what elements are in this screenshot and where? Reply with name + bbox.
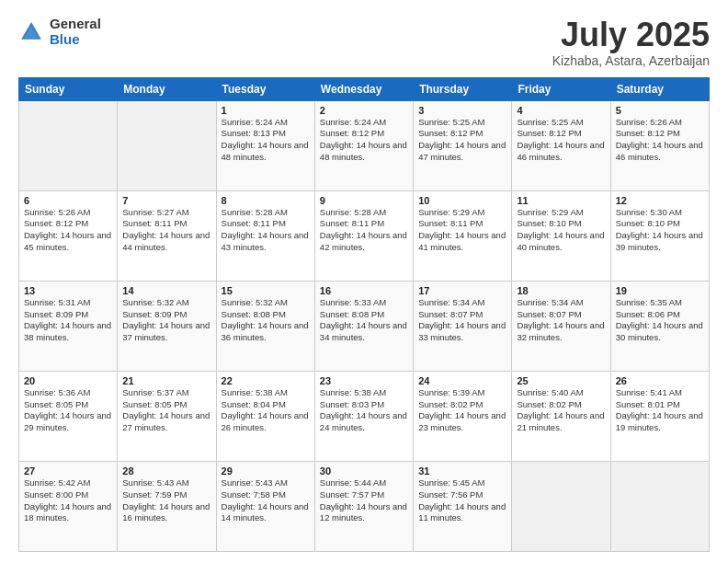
- day-number: 29: [222, 465, 310, 477]
- day-info: Sunrise: 5:39 AMSunset: 8:02 PMDaylight:…: [418, 387, 506, 434]
- day-number: 22: [222, 375, 310, 386]
- day-number: 18: [517, 285, 605, 296]
- col-saturday: Saturday: [610, 77, 709, 100]
- day-info: Sunrise: 5:34 AMSunset: 8:07 PMDaylight:…: [517, 297, 605, 344]
- day-number: 21: [122, 375, 210, 386]
- calendar-cell: 6Sunrise: 5:26 AMSunset: 8:12 PMDaylight…: [19, 190, 118, 281]
- calendar-cell: 27Sunrise: 5:42 AMSunset: 8:00 PMDayligh…: [19, 461, 118, 551]
- day-number: 28: [122, 465, 210, 477]
- day-number: 24: [418, 375, 506, 386]
- day-info: Sunrise: 5:28 AMSunset: 8:11 PMDaylight:…: [222, 207, 310, 254]
- day-info: Sunrise: 5:29 AMSunset: 8:10 PMDaylight:…: [517, 207, 605, 254]
- col-monday: Monday: [118, 77, 216, 100]
- day-info: Sunrise: 5:35 AMSunset: 8:06 PMDaylight:…: [616, 297, 704, 344]
- day-number: 16: [320, 285, 408, 296]
- logo-icon: [18, 19, 44, 45]
- calendar-cell: 12Sunrise: 5:30 AMSunset: 8:10 PMDayligh…: [610, 190, 709, 281]
- calendar-cell: 15Sunrise: 5:32 AMSunset: 8:08 PMDayligh…: [216, 281, 314, 371]
- day-number: 30: [320, 465, 408, 477]
- col-sunday: Sunday: [19, 77, 118, 100]
- header: General Blue July 2025 Kizhaba, Astara, …: [18, 17, 710, 68]
- calendar-cell: 19Sunrise: 5:35 AMSunset: 8:06 PMDayligh…: [610, 281, 709, 371]
- calendar-cell: 2Sunrise: 5:24 AMSunset: 8:12 PMDaylight…: [314, 100, 413, 190]
- day-info: Sunrise: 5:30 AMSunset: 8:10 PMDaylight:…: [616, 207, 704, 254]
- calendar-cell: 4Sunrise: 5:25 AMSunset: 8:12 PMDaylight…: [512, 100, 610, 190]
- day-info: Sunrise: 5:45 AMSunset: 7:56 PMDaylight:…: [418, 477, 506, 524]
- day-info: Sunrise: 5:37 AMSunset: 8:05 PMDaylight:…: [122, 387, 210, 434]
- day-info: Sunrise: 5:43 AMSunset: 7:58 PMDaylight:…: [222, 477, 310, 524]
- day-number: 9: [320, 195, 408, 206]
- calendar-cell: 14Sunrise: 5:32 AMSunset: 8:09 PMDayligh…: [118, 281, 216, 371]
- day-info: Sunrise: 5:29 AMSunset: 8:11 PMDaylight:…: [418, 207, 506, 254]
- day-info: Sunrise: 5:27 AMSunset: 8:11 PMDaylight:…: [122, 207, 210, 254]
- calendar-cell: 11Sunrise: 5:29 AMSunset: 8:10 PMDayligh…: [512, 190, 610, 281]
- day-number: 4: [517, 105, 605, 116]
- calendar-cell: 29Sunrise: 5:43 AMSunset: 7:58 PMDayligh…: [216, 461, 314, 551]
- logo-text: General Blue: [50, 17, 101, 47]
- day-number: 23: [320, 375, 408, 386]
- day-info: Sunrise: 5:31 AMSunset: 8:09 PMDaylight:…: [24, 297, 112, 344]
- calendar-cell: 24Sunrise: 5:39 AMSunset: 8:02 PMDayligh…: [414, 371, 512, 461]
- day-info: Sunrise: 5:44 AMSunset: 7:57 PMDaylight:…: [320, 477, 408, 524]
- day-number: 2: [320, 105, 408, 116]
- calendar-week-1: 1Sunrise: 5:24 AMSunset: 8:13 PMDaylight…: [19, 100, 710, 190]
- calendar-cell: 26Sunrise: 5:41 AMSunset: 8:01 PMDayligh…: [610, 371, 709, 461]
- col-thursday: Thursday: [414, 77, 512, 100]
- day-info: Sunrise: 5:36 AMSunset: 8:05 PMDaylight:…: [24, 387, 112, 434]
- calendar-cell: 8Sunrise: 5:28 AMSunset: 8:11 PMDaylight…: [216, 190, 314, 281]
- day-info: Sunrise: 5:32 AMSunset: 8:08 PMDaylight:…: [222, 297, 310, 344]
- calendar-cell: 23Sunrise: 5:38 AMSunset: 8:03 PMDayligh…: [314, 371, 413, 461]
- day-number: 1: [222, 105, 310, 116]
- calendar-cell: 18Sunrise: 5:34 AMSunset: 8:07 PMDayligh…: [512, 281, 610, 371]
- logo-general: General: [50, 17, 101, 32]
- calendar-cell: 16Sunrise: 5:33 AMSunset: 8:08 PMDayligh…: [314, 281, 413, 371]
- day-info: Sunrise: 5:41 AMSunset: 8:01 PMDaylight:…: [616, 387, 704, 434]
- day-info: Sunrise: 5:24 AMSunset: 8:13 PMDaylight:…: [222, 117, 310, 164]
- day-info: Sunrise: 5:24 AMSunset: 8:12 PMDaylight:…: [320, 117, 408, 164]
- calendar-week-2: 6Sunrise: 5:26 AMSunset: 8:12 PMDaylight…: [19, 190, 710, 281]
- calendar-cell: 21Sunrise: 5:37 AMSunset: 8:05 PMDayligh…: [118, 371, 216, 461]
- day-number: 12: [616, 195, 704, 206]
- calendar-cell: 13Sunrise: 5:31 AMSunset: 8:09 PMDayligh…: [19, 281, 118, 371]
- calendar-cell: 20Sunrise: 5:36 AMSunset: 8:05 PMDayligh…: [19, 371, 118, 461]
- day-info: Sunrise: 5:33 AMSunset: 8:08 PMDaylight:…: [320, 297, 408, 344]
- day-info: Sunrise: 5:26 AMSunset: 8:12 PMDaylight:…: [24, 207, 112, 254]
- day-info: Sunrise: 5:43 AMSunset: 7:59 PMDaylight:…: [122, 477, 210, 524]
- day-number: 17: [418, 285, 506, 296]
- calendar-week-5: 27Sunrise: 5:42 AMSunset: 8:00 PMDayligh…: [19, 461, 710, 551]
- calendar-cell: [19, 100, 118, 190]
- calendar-cell: [118, 100, 216, 190]
- day-info: Sunrise: 5:28 AMSunset: 8:11 PMDaylight:…: [320, 207, 408, 254]
- calendar-cell: 7Sunrise: 5:27 AMSunset: 8:11 PMDaylight…: [118, 190, 216, 281]
- day-number: 11: [517, 195, 605, 206]
- calendar-cell: 3Sunrise: 5:25 AMSunset: 8:12 PMDaylight…: [414, 100, 512, 190]
- day-info: Sunrise: 5:38 AMSunset: 8:03 PMDaylight:…: [320, 387, 408, 434]
- logo-blue: Blue: [50, 32, 101, 48]
- calendar-cell: [512, 461, 610, 551]
- day-info: Sunrise: 5:32 AMSunset: 8:09 PMDaylight:…: [122, 297, 210, 344]
- day-number: 13: [24, 285, 112, 296]
- day-info: Sunrise: 5:25 AMSunset: 8:12 PMDaylight:…: [418, 117, 506, 164]
- day-number: 26: [616, 375, 704, 386]
- calendar-cell: [610, 461, 709, 551]
- day-number: 6: [24, 195, 112, 206]
- calendar-cell: 10Sunrise: 5:29 AMSunset: 8:11 PMDayligh…: [414, 190, 512, 281]
- col-tuesday: Tuesday: [216, 77, 314, 100]
- subtitle: Kizhaba, Astara, Azerbaijan: [552, 53, 710, 68]
- calendar-cell: 31Sunrise: 5:45 AMSunset: 7:56 PMDayligh…: [414, 461, 512, 551]
- day-number: 8: [222, 195, 310, 206]
- day-info: Sunrise: 5:26 AMSunset: 8:12 PMDaylight:…: [616, 117, 704, 164]
- title-block: July 2025 Kizhaba, Astara, Azerbaijan: [552, 17, 710, 68]
- calendar: Sunday Monday Tuesday Wednesday Thursday…: [18, 77, 710, 552]
- calendar-cell: 17Sunrise: 5:34 AMSunset: 8:07 PMDayligh…: [414, 281, 512, 371]
- day-number: 31: [418, 465, 506, 477]
- calendar-cell: 28Sunrise: 5:43 AMSunset: 7:59 PMDayligh…: [118, 461, 216, 551]
- day-info: Sunrise: 5:34 AMSunset: 8:07 PMDaylight:…: [418, 297, 506, 344]
- day-info: Sunrise: 5:40 AMSunset: 8:02 PMDaylight:…: [517, 387, 605, 434]
- day-number: 20: [24, 375, 112, 386]
- calendar-week-3: 13Sunrise: 5:31 AMSunset: 8:09 PMDayligh…: [19, 281, 710, 371]
- day-info: Sunrise: 5:25 AMSunset: 8:12 PMDaylight:…: [517, 117, 605, 164]
- page: General Blue July 2025 Kizhaba, Astara, …: [0, 0, 728, 563]
- day-number: 15: [222, 285, 310, 296]
- day-number: 3: [418, 105, 506, 116]
